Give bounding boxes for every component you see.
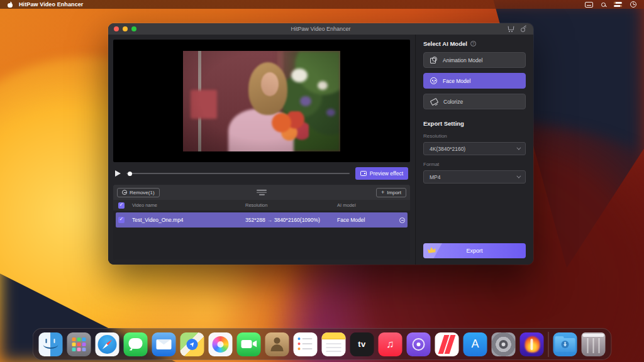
- window-title: HitPaw Video Enhancer: [108, 26, 533, 32]
- menubar-app-name[interactable]: HitPaw Video Enhancer: [19, 1, 83, 8]
- export-label: Export: [466, 248, 482, 254]
- animation-model-label: Animation Model: [443, 57, 482, 63]
- dock-icon-safari[interactable]: [96, 332, 119, 356]
- reminders-bullet: [298, 343, 301, 345]
- handle-bar: [259, 194, 265, 195]
- notes-line: [326, 351, 341, 352]
- collapse-handle-icon[interactable]: [257, 190, 267, 195]
- dock-icon-system-settings[interactable]: [492, 332, 516, 356]
- format-select[interactable]: MP4: [423, 170, 526, 184]
- face-model-icon: [430, 77, 437, 84]
- file-list-panel: Remove(1) + Import: [113, 185, 410, 260]
- row-minus-cell: [392, 217, 405, 223]
- import-button[interactable]: + Import: [376, 188, 406, 197]
- notes-line: [326, 343, 341, 344]
- panel-spacer: [423, 184, 526, 243]
- header-check-cell: [118, 202, 132, 209]
- keyboard-icon[interactable]: [585, 2, 593, 8]
- reminders-line: [303, 338, 313, 340]
- dock-icon-appstore[interactable]: A: [464, 332, 487, 356]
- search-icon[interactable]: [601, 3, 606, 7]
- gear-icon: [499, 340, 508, 349]
- cart-icon[interactable]: [508, 26, 513, 31]
- row-checkbox[interactable]: [118, 217, 125, 223]
- dock-icon-hitpaw[interactable]: [520, 332, 544, 356]
- window-titlebar[interactable]: HitPaw Video Enhancer: [108, 23, 533, 35]
- export-button[interactable]: Export: [423, 243, 526, 258]
- dock-icon-tv[interactable]: tv: [350, 332, 374, 356]
- dock-icon-notes[interactable]: [322, 332, 346, 356]
- notes-header-strip: [322, 332, 346, 339]
- row-resolution: 352*288 → 3840*2160(1090%): [245, 217, 337, 223]
- face-model-button[interactable]: Face Model: [423, 73, 526, 89]
- dock-icon-facetime[interactable]: [237, 332, 261, 356]
- dock-icon-news[interactable]: [435, 332, 459, 356]
- dock-icon-messages[interactable]: [124, 332, 148, 356]
- chevron-down-icon: [516, 174, 521, 178]
- dock-icon-downloads[interactable]: [553, 332, 577, 356]
- vignette-overlay: [183, 51, 340, 151]
- colorize-icon: [430, 98, 438, 105]
- dock-icon-podcasts[interactable]: [407, 332, 431, 356]
- column-video-name: Video name: [132, 202, 245, 208]
- hitpaw-slit: [531, 339, 533, 350]
- select-ai-model-label: Select AI Model: [423, 40, 467, 47]
- podcasts-dot: [417, 343, 421, 346]
- reminders-bullet: [298, 337, 301, 340]
- chevron-down-icon: [516, 146, 521, 150]
- dock-icon-music[interactable]: ♫: [379, 332, 402, 356]
- progress-slider[interactable]: [126, 173, 350, 174]
- trash-rib: [587, 338, 589, 353]
- info-icon[interactable]: ?: [470, 41, 476, 47]
- messages-bubble: [129, 338, 143, 349]
- table-row[interactable]: Test_Video_One.mp4 352*288 → 3840*2160(1…: [116, 212, 408, 228]
- remove-row-icon[interactable]: [399, 217, 405, 223]
- play-button[interactable]: [115, 170, 121, 177]
- dock-icon-contacts[interactable]: [265, 332, 289, 356]
- select-all-checkbox[interactable]: [118, 202, 125, 209]
- player-controls: Preview effect: [113, 166, 410, 181]
- dock-icon-photos[interactable]: [209, 332, 233, 356]
- animation-model-button[interactable]: Animation Model: [423, 52, 526, 68]
- right-panel: Select AI Model ? Animation Model Face M…: [415, 35, 533, 265]
- contacts-torso: [271, 344, 284, 351]
- face-model-label: Face Model: [443, 78, 470, 84]
- column-resolution: Resolution: [245, 202, 337, 208]
- dock-icon-maps[interactable]: [180, 332, 204, 356]
- photos-center: [218, 341, 224, 348]
- clock-icon[interactable]: [630, 1, 636, 8]
- dock-icon-finder[interactable]: [39, 332, 63, 356]
- arrow-right-icon: →: [267, 217, 272, 223]
- colorize-button[interactable]: Colorize: [423, 94, 526, 109]
- reminders-line: [303, 343, 313, 345]
- apple-menu[interactable]: [8, 2, 13, 8]
- row-check-cell: [118, 217, 132, 223]
- music-note-icon: ♫: [386, 338, 394, 351]
- resolution-value: 4K(3840*2160): [430, 146, 465, 152]
- app-window: HitPaw Video Enhancer: [108, 23, 533, 265]
- resolution-select[interactable]: 4K(3840*2160): [423, 142, 526, 155]
- colorize-label: Colorize: [443, 99, 463, 105]
- table-header: Video name Resolution AI model: [113, 200, 410, 211]
- notes-line: [326, 347, 341, 348]
- export-setting-heading: Export Setting: [423, 120, 526, 127]
- plus-icon: +: [381, 190, 384, 195]
- dock-icon-reminders[interactable]: [294, 332, 318, 356]
- dock-icon-launchpad[interactable]: [67, 332, 91, 356]
- video-frame[interactable]: [183, 51, 340, 151]
- main-area: Preview effect Remove(1) +: [108, 35, 415, 265]
- slider-thumb[interactable]: [128, 172, 132, 176]
- dock-icon-trash[interactable]: [582, 332, 606, 356]
- appstore-a-glyph: A: [471, 337, 479, 351]
- resolution-to: 3840*2160(1090%): [274, 217, 320, 223]
- control-center-icon[interactable]: [614, 2, 622, 8]
- dock-icon-mail[interactable]: [152, 332, 176, 356]
- remove-button[interactable]: Remove(1): [117, 188, 160, 197]
- minus-circle-icon: [122, 190, 127, 195]
- preview-effect-button[interactable]: Preview effect: [355, 167, 408, 180]
- video-preview-box: [113, 40, 410, 162]
- titlebar-action-icons: [508, 23, 527, 35]
- key-icon[interactable]: [521, 26, 527, 32]
- window-body: Preview effect Remove(1) +: [108, 35, 533, 265]
- camera-icon: [360, 171, 367, 176]
